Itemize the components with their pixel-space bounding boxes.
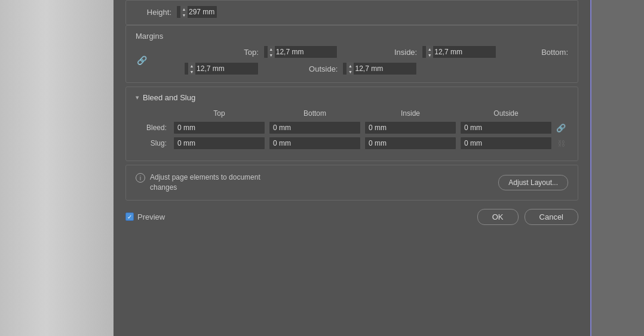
margins-section: Margins Top: ▲▼ 12,7 mm 🔗 Inside: ▲▼ 12,… — [125, 25, 578, 83]
bleed-outside-input[interactable]: 0 mm — [460, 121, 552, 134]
col-inside-label: Inside — [363, 108, 458, 119]
col-outside-label: Outside — [458, 108, 554, 119]
outside-input[interactable]: ▲▼ 12,7 mm — [342, 62, 417, 75]
bleed-slug-title: Bleed and Slug — [143, 93, 195, 102]
bleed-chain-icon[interactable]: 🔗 — [556, 124, 566, 132]
top-input[interactable]: ▲▼ 12,7 mm — [263, 45, 338, 58]
outside-spin-down[interactable]: ▼ — [346, 69, 354, 75]
info-section: i Adjust page elements to document chang… — [125, 165, 578, 201]
info-text: Adjust page elements to document changes — [150, 172, 260, 193]
bleed-inside-value: 0 mm — [369, 124, 387, 132]
outside-spin-up[interactable]: ▲ — [346, 63, 354, 69]
slug-row: Slug: 0 mm 0 mm 0 mm 0 mm ⛓ — [136, 137, 568, 150]
ok-button[interactable]: OK — [477, 209, 519, 225]
slug-outside-value: 0 mm — [464, 139, 482, 147]
slug-label: Slug: — [136, 139, 171, 147]
margins-title: Margins — [136, 32, 568, 41]
collapse-arrow-icon[interactable]: ▾ — [136, 94, 139, 101]
right-panel — [590, 0, 644, 336]
bleed-bottom-input[interactable]: 0 mm — [269, 121, 361, 134]
slug-inside-value: 0 mm — [369, 139, 387, 147]
bottom-value: 12,7 mm — [197, 64, 256, 73]
top-spin-up[interactable]: ▲ — [268, 46, 275, 52]
info-icon: i — [136, 173, 145, 183]
inside-input[interactable]: ▲▼ 12,7 mm — [422, 45, 496, 58]
info-text-line1: Adjust page elements to document — [150, 173, 260, 181]
check-mark: ✓ — [127, 214, 132, 220]
top-label: Top: — [184, 48, 259, 57]
slug-top-input[interactable]: 0 mm — [173, 137, 265, 150]
preview-check[interactable]: ✓ Preview — [125, 212, 165, 221]
outside-label: Outside: — [263, 64, 338, 73]
bs-header-row: Top Bottom Inside Outside — [136, 108, 568, 119]
cancel-button[interactable]: Cancel — [525, 209, 578, 225]
height-spin-down[interactable]: ▼ — [180, 12, 188, 18]
margins-grid: Top: ▲▼ 12,7 mm 🔗 Inside: ▲▼ 12,7 mm Bot… — [136, 45, 568, 75]
bottom-spin-up[interactable]: ▲ — [188, 63, 195, 69]
col-bottom-label: Bottom — [267, 108, 363, 119]
height-label: Height: — [136, 8, 171, 17]
bleed-row: Bleed: 0 mm 0 mm 0 mm 0 mm 🔗 — [136, 121, 568, 134]
bottom-bar: ✓ Preview OK Cancel — [114, 205, 590, 229]
bleed-label: Bleed: — [136, 124, 171, 132]
height-value: 297 mm — [189, 8, 214, 16]
inside-value: 12,7 mm — [434, 48, 493, 56]
bleed-slug-header: ▾ Bleed and Slug — [136, 93, 568, 102]
bleed-inside-input[interactable]: 0 mm — [364, 121, 456, 134]
bleed-top-value: 0 mm — [177, 124, 195, 132]
bleed-outside-value: 0 mm — [464, 124, 482, 132]
preview-checkbox[interactable]: ✓ — [125, 212, 134, 221]
info-text-line2: changes — [150, 183, 177, 192]
slug-chain-icon[interactable]: ⛓ — [557, 139, 565, 148]
inside-spin-up[interactable]: ▲ — [426, 46, 433, 52]
slug-outside-input[interactable]: 0 mm — [460, 137, 552, 150]
margins-lock-icon[interactable]: 🔗 — [136, 54, 179, 66]
top-value: 12,7 mm — [276, 48, 335, 56]
height-spinners[interactable]: ▲ ▼ — [180, 6, 188, 18]
outside-value: 12,7 mm — [355, 64, 414, 73]
slug-inside-input[interactable]: 0 mm — [364, 137, 456, 150]
height-input[interactable]: ▲ ▼ 297 mm — [176, 5, 217, 19]
bleed-top-input[interactable]: 0 mm — [173, 121, 265, 134]
main-content: Height: ▲ ▼ 297 mm Margins Top: ▲▼ 12,7 … — [114, 0, 590, 336]
inside-label: Inside: — [342, 48, 417, 57]
info-left: i Adjust page elements to document chang… — [136, 172, 260, 193]
height-section: Height: ▲ ▼ 297 mm — [125, 0, 578, 25]
inside-spin-down[interactable]: ▼ — [426, 52, 433, 58]
col-top-label: Top — [171, 108, 267, 119]
preview-label: Preview — [137, 212, 165, 221]
bleed-bottom-value: 0 mm — [273, 124, 291, 132]
left-panel — [0, 0, 114, 336]
bottom-label: Bottom: — [501, 48, 568, 57]
top-spin-down[interactable]: ▼ — [268, 52, 275, 58]
slug-top-value: 0 mm — [177, 139, 195, 147]
bottom-input[interactable]: ▲▼ 12,7 mm — [184, 62, 259, 75]
bleed-slug-table: Top Bottom Inside Outside Bleed: 0 mm 0 … — [136, 108, 568, 150]
bleed-slug-section: ▾ Bleed and Slug Top Bottom Inside Outsi… — [125, 87, 578, 161]
bottom-spin-down[interactable]: ▼ — [188, 69, 195, 75]
slug-bottom-input[interactable]: 0 mm — [269, 137, 361, 150]
height-spin-up[interactable]: ▲ — [180, 6, 188, 12]
adjust-layout-button[interactable]: Adjust Layout... — [498, 175, 568, 190]
slug-bottom-value: 0 mm — [273, 139, 291, 147]
